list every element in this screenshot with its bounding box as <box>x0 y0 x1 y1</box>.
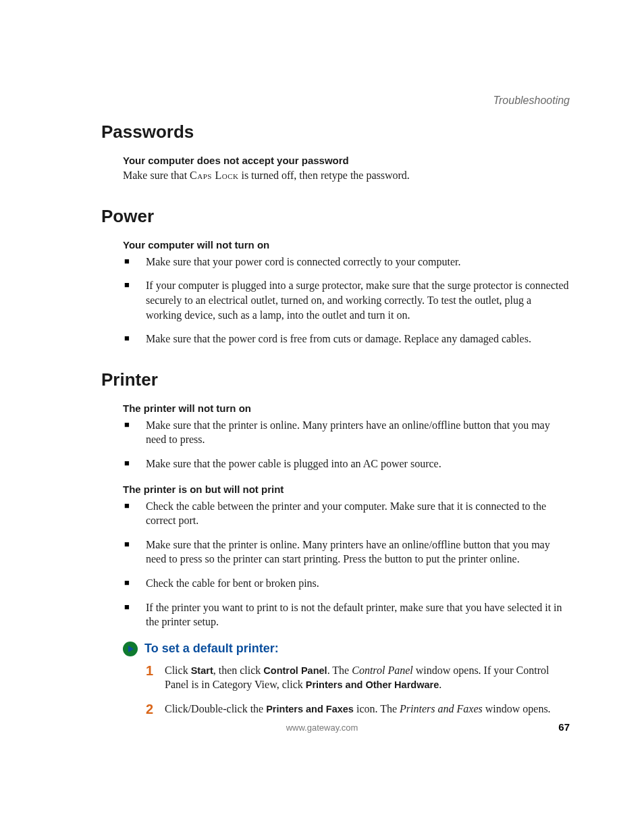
list-item: Check the cable between the printer and … <box>123 499 570 528</box>
subheading-printer-2: The printer is on but will not print <box>123 484 570 495</box>
ui-label: Start <box>191 665 213 676</box>
procedure-steps: Click Start, then click Control Panel. T… <box>146 663 570 716</box>
list-item: Make sure that the power cord is free fr… <box>123 332 570 346</box>
subheading-power-1: Your computer will not turn on <box>123 239 570 251</box>
svg-marker-0 <box>128 646 134 652</box>
text-fragment: . The <box>327 664 352 676</box>
procedure-title: To set a default printer: <box>144 642 279 656</box>
play-icon <box>123 642 138 656</box>
text-fragment: Make sure that <box>123 170 190 181</box>
list-item: Check the cable for bent or broken pins. <box>123 576 570 591</box>
ui-label: Printers and Other Hardware <box>306 679 439 690</box>
step-2: Click/Double-click the Printers and Faxe… <box>146 702 570 716</box>
power-block: Your computer will not turn on Make sure… <box>123 239 570 346</box>
text-fragment: , then click <box>213 664 264 676</box>
page-number: 67 <box>558 721 570 733</box>
footer-url: www.gateway.com <box>0 723 644 733</box>
ui-italic: Printers and Faxes <box>400 703 483 714</box>
document-page: Troubleshooting Passwords Your computer … <box>0 0 644 834</box>
ui-italic: Control Panel <box>352 664 413 676</box>
list-item: Make sure that the printer is online. Ma… <box>123 538 570 567</box>
list-item: If your computer is plugged into a surge… <box>123 278 570 322</box>
ui-label: Printers and Faxes <box>266 704 354 714</box>
heading-printer: Printer <box>101 369 570 390</box>
passwords-text: Make sure that Caps Lock is turned off, … <box>123 169 570 183</box>
power-bullets: Make sure that your power cord is connec… <box>123 255 570 346</box>
procedure-header: To set a default printer: <box>123 642 570 656</box>
printer-bullets-1: Make sure that the printer is online. Ma… <box>123 418 570 471</box>
subheading-printer-1: The printer will not turn on <box>123 402 570 414</box>
text-fragment: . <box>439 679 441 690</box>
list-item: Make sure that the power cable is plugge… <box>123 457 570 471</box>
step-1: Click Start, then click Control Panel. T… <box>146 663 570 692</box>
procedure-default-printer: To set a default printer: Click Start, t… <box>123 642 570 716</box>
list-item: Make sure that your power cord is connec… <box>123 255 570 269</box>
heading-power: Power <box>101 206 570 227</box>
caps-lock-text: Caps Lock <box>190 170 238 181</box>
passwords-block: Your computer does not accept your passw… <box>123 155 570 183</box>
printer-bullets-2: Check the cable between the printer and … <box>123 499 570 629</box>
heading-passwords: Passwords <box>101 122 570 142</box>
printer-block: The printer will not turn on Make sure t… <box>123 402 570 629</box>
list-item: Make sure that the printer is online. Ma… <box>123 418 570 447</box>
text-fragment: is turned off, then retype the password. <box>238 170 409 181</box>
chapter-title: Troubleshooting <box>493 95 570 107</box>
text-fragment: icon. The <box>354 703 400 714</box>
ui-label: Control Panel <box>263 665 327 676</box>
text-fragment: window opens. <box>483 703 551 714</box>
list-item: If the printer you want to print to is n… <box>123 600 570 629</box>
subheading-passwords-1: Your computer does not accept your passw… <box>123 155 570 166</box>
text-fragment: Click <box>165 664 191 676</box>
text-fragment: Click/Double-click the <box>165 703 266 714</box>
